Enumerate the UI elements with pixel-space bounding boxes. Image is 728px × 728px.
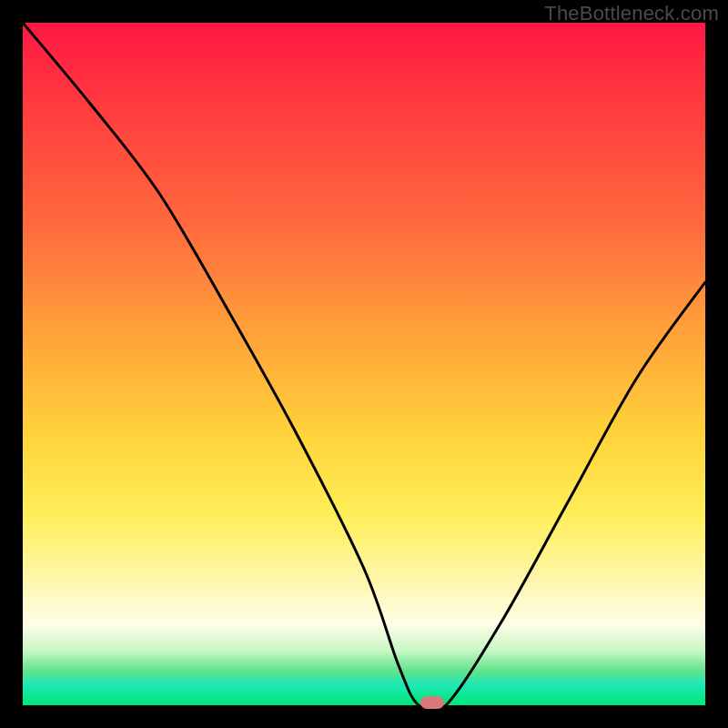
plot-area [23,23,705,705]
optimal-marker [420,696,444,709]
bottleneck-curve [23,23,705,705]
watermark-text: TheBottleneck.com [544,2,719,25]
chart-frame: TheBottleneck.com [0,0,728,728]
